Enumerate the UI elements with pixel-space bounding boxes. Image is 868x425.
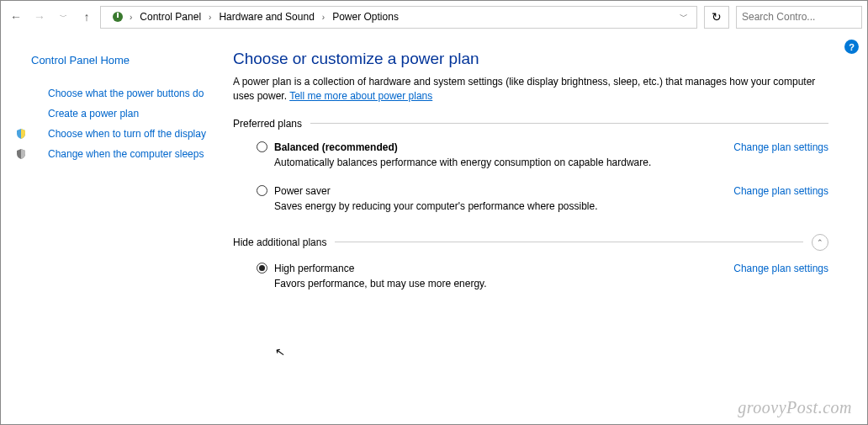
change-settings-power-saver[interactable]: Change plan settings bbox=[733, 185, 828, 197]
chevron-right-icon: › bbox=[128, 13, 134, 22]
content: Control Panel Home Choose what the power… bbox=[1, 33, 867, 424]
chevron-right-icon: › bbox=[320, 13, 326, 22]
change-settings-balanced[interactable]: Change plan settings bbox=[733, 141, 828, 153]
forward-button[interactable]: → bbox=[29, 7, 50, 27]
plan-balanced: Balanced (recommended) Change plan setti… bbox=[233, 138, 828, 182]
plan-high-performance: High performance Change plan settings Fa… bbox=[233, 259, 828, 303]
additional-plans-header: Hide additional plans ⌃ bbox=[233, 234, 828, 251]
chevron-right-icon: › bbox=[207, 13, 213, 22]
plan-name: High performance bbox=[274, 263, 354, 274]
shield-icon bbox=[14, 124, 28, 140]
recent-dropdown[interactable]: ﹀ bbox=[53, 7, 73, 27]
sidebar-link-turn-off-display[interactable]: Choose when to turn off the display bbox=[31, 124, 206, 144]
sidebar-link-create-plan[interactable]: Create a power plan bbox=[31, 104, 139, 124]
breadcrumb-hardware-sound[interactable]: Hardware and Sound bbox=[214, 9, 318, 24]
plan-description: Saves energy by reducing your computer's… bbox=[274, 200, 745, 212]
sidebar: Control Panel Home Choose what the power… bbox=[1, 33, 216, 424]
preferred-plans-header: Preferred plans bbox=[233, 118, 828, 130]
page-title: Choose or customize a power plan bbox=[233, 50, 828, 68]
plan-description: Favors performance, but may use more ene… bbox=[274, 278, 745, 290]
refresh-button[interactable]: ↻ bbox=[704, 6, 729, 29]
plan-description: Automatically balances performance with … bbox=[274, 157, 745, 168]
search-box[interactable]: 🔍 bbox=[736, 6, 862, 29]
breadcrumb-power-options[interactable]: Power Options bbox=[328, 9, 403, 24]
learn-more-link[interactable]: Tell me more about power plans bbox=[289, 90, 432, 102]
radio-power-saver[interactable] bbox=[257, 185, 267, 196]
sidebar-link-power-buttons[interactable]: Choose what the power buttons do bbox=[31, 83, 204, 104]
main-panel: ? Choose or customize a power plan A pow… bbox=[216, 33, 867, 424]
plan-name: Power saver bbox=[274, 185, 331, 197]
radio-high-performance[interactable] bbox=[257, 263, 267, 274]
plan-power-saver: Power saver Change plan settings Saves e… bbox=[233, 182, 828, 226]
watermark: groovyPost.com bbox=[738, 398, 852, 417]
address-bar[interactable]: › Control Panel › Hardware and Sound › P… bbox=[100, 6, 697, 29]
radio-balanced[interactable] bbox=[257, 141, 267, 152]
sidebar-link-computer-sleeps[interactable]: Change when the computer sleeps bbox=[31, 144, 204, 164]
search-input[interactable] bbox=[742, 11, 868, 23]
power-options-icon bbox=[109, 8, 126, 25]
toolbar: ← → ﹀ ↑ › Control Panel › Hardware and S… bbox=[1, 1, 867, 33]
help-button[interactable]: ? bbox=[844, 40, 859, 54]
collapse-button[interactable]: ⌃ bbox=[812, 234, 828, 251]
plan-name: Balanced (recommended) bbox=[274, 141, 398, 153]
change-settings-high-performance[interactable]: Change plan settings bbox=[733, 263, 828, 274]
svg-rect-1 bbox=[117, 13, 119, 18]
address-dropdown[interactable]: ﹀ bbox=[675, 11, 693, 23]
page-description: A power plan is a collection of hardware… bbox=[233, 75, 828, 104]
up-button[interactable]: ↑ bbox=[77, 7, 97, 27]
breadcrumb-control-panel[interactable]: Control Panel bbox=[135, 9, 205, 24]
control-panel-home-link[interactable]: Control Panel Home bbox=[14, 50, 191, 72]
shield-icon bbox=[14, 144, 28, 160]
back-button[interactable]: ← bbox=[6, 7, 26, 27]
